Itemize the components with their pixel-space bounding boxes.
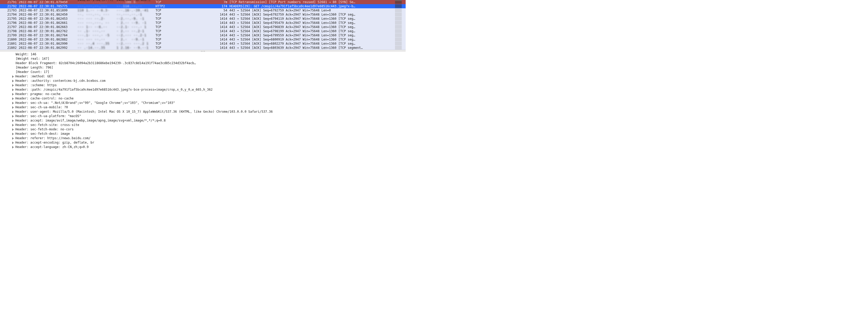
- col-source: ··· ··· ··.··: [76, 37, 116, 41]
- expand-triangle-icon[interactable]: [12, 88, 14, 91]
- packet-row[interactable]: 217932022-08-07 22:30:01.851899110 1.·· …: [0, 8, 406, 12]
- pane-splitter[interactable]: [0, 50, 406, 52]
- expand-triangle-icon[interactable]: [12, 133, 14, 135]
- detail-header-item[interactable]: Header: user-agent: Mozilla/5.0 (Macinto…: [0, 110, 406, 114]
- detail-header-item[interactable]: Header: :scheme: https: [0, 83, 406, 87]
- detail-header-item[interactable]: Header: sec-ch-ua-platform: "macOS": [0, 114, 406, 118]
- detail-header-item[interactable]: Header: :path: /cmspic/4a791f1af5bca9c4e…: [0, 87, 406, 92]
- packet-row[interactable]: 217952022-08-07 22:30:01.862453··· ··· ·…: [0, 16, 406, 21]
- col-number: 21802: [1, 46, 17, 50]
- packet-row[interactable]: 217992022-08-07 22:30:01.862764···.1· ··…: [0, 33, 406, 37]
- col-source: ··· ··.4 ···.35: [76, 41, 116, 46]
- detail-header-item[interactable]: Header: sec-fetch-dest: image: [0, 132, 406, 136]
- detail-header-text: Header: sec-fetch-site: cross-site: [16, 123, 79, 127]
- col-length: 1414: [170, 12, 227, 16]
- detail-header-text: Header: user-agent: Mozilla/5.0 (Macinto…: [16, 110, 273, 114]
- detail-header-item[interactable]: Header: accept-language: zh-CN,zh;q=0.9: [0, 145, 406, 149]
- expand-triangle-icon[interactable]: [12, 75, 14, 78]
- expand-triangle-icon[interactable]: [12, 137, 14, 140]
- packet-row[interactable]: 217922022-08-07 22:30:01.785775···.···.·…: [0, 4, 406, 8]
- col-number: 21800: [1, 37, 17, 41]
- col-protocol: TCP: [154, 29, 170, 33]
- col-protocol: TCP: [154, 21, 170, 25]
- expand-triangle-icon[interactable]: [12, 102, 14, 104]
- col-source: ··· 1·· ··6.··: [76, 25, 116, 29]
- expand-triangle-icon[interactable]: [12, 124, 14, 127]
- col-stream-strip: [395, 0, 403, 4]
- col-source: ··· ··· ··.2·: [76, 16, 116, 21]
- detail-header-item[interactable]: Header: pragma: no-cache: [0, 92, 406, 96]
- detail-header-text: Header: accept-language: zh-CN,zh;q=0.9: [16, 145, 89, 149]
- detail-header-item[interactable]: Header: :authority: contentcms-bj.cdn.bc…: [0, 79, 406, 83]
- expand-triangle-icon[interactable]: [12, 80, 14, 82]
- expand-triangle-icon[interactable]: [12, 119, 14, 122]
- expand-triangle-icon[interactable]: [12, 106, 14, 109]
- detail-header-item[interactable]: Header: :method: GET: [0, 74, 406, 79]
- detail-header-text: Header: pragma: no-cache: [16, 92, 60, 96]
- col-length: 1414: [170, 37, 227, 41]
- detail-weight-real: [Weight real: 147]: [0, 57, 406, 61]
- col-destination: · 2.·· ··.2·1: [116, 29, 154, 33]
- col-destination: ··2.··· ··.2·1: [116, 33, 154, 37]
- col-protocol: HTTP2: [154, 4, 170, 8]
- packet-row[interactable]: 217912022-08-07 22:30:01.679450···.···.·…: [0, 0, 406, 4]
- expand-triangle-icon[interactable]: [12, 128, 14, 131]
- packet-row[interactable]: 217942022-08-07 22:30:01.862450··. ···.·…: [0, 12, 406, 16]
- detail-header-item[interactable]: Header: sec-ch-ua-mobile: ?0: [0, 105, 406, 110]
- detail-header-item[interactable]: Header: sec-fetch-site: cross-site: [0, 123, 406, 127]
- detail-header-item[interactable]: Header: accept-encoding: gzip, deflate, …: [0, 141, 406, 145]
- col-source: ·· .1· ···.··: [76, 29, 116, 33]
- packet-details-pane[interactable]: Weight: 146 [Weight real: 147] Header Bl…: [0, 52, 406, 150]
- packet-row[interactable]: 218022022-08-07 22:30:01.862992·· .·14.·…: [0, 46, 406, 50]
- packet-row[interactable]: 218002022-08-07 22:30:01.862882··· ··· ·…: [0, 37, 406, 41]
- col-protocol: TCP: [154, 0, 170, 4]
- detail-header-text: Header: :path: /cmspic/4a791f1af5bca9c4e…: [16, 87, 213, 92]
- detail-header-item[interactable]: Header: referer: https://news.baidu.com/: [0, 136, 406, 141]
- detail-header-length: [Header Length: 796]: [0, 65, 406, 70]
- col-time: 2022-08-07 22:30:01.851899: [17, 8, 76, 12]
- col-protocol: TCP: [154, 37, 170, 41]
- expand-triangle-icon[interactable]: [12, 115, 14, 118]
- col-stream-strip: [395, 16, 403, 21]
- col-destination: 1 2.16· ··9.··1: [116, 46, 154, 50]
- packet-row[interactable]: 217982022-08-07 22:30:01.862762·· .1· ··…: [0, 29, 406, 33]
- expand-triangle-icon[interactable]: [12, 146, 14, 148]
- packet-row[interactable]: 218012022-08-07 22:30:01.862990··· ··.4 …: [0, 41, 406, 46]
- col-stream-strip: [395, 41, 403, 46]
- wireshark-window: 217902022-08-07 22:30:01.5219072408:87·9…: [0, 0, 406, 150]
- col-protocol: TCP: [154, 12, 170, 16]
- expand-triangle-icon[interactable]: [12, 111, 14, 113]
- expand-triangle-icon[interactable]: [12, 97, 14, 100]
- detail-header-item[interactable]: Header: accept: image/avif,image/webp,im…: [0, 118, 406, 123]
- col-destination: ···.188.8.···: [116, 0, 154, 4]
- packet-list-pane[interactable]: 217902022-08-07 22:30:01.5219072408:87·9…: [0, 0, 406, 50]
- packet-row[interactable]: 217962022-08-07 22:30:01.862661··· ···.·…: [0, 21, 406, 25]
- col-stream-strip: [395, 21, 403, 25]
- col-number: 21801: [1, 41, 17, 46]
- col-length: 54: [170, 8, 227, 12]
- packet-row[interactable]: 217972022-08-07 22:30:01.862663··· 1·· ·…: [0, 25, 406, 29]
- col-destination: · 2.· ··9.·1: [116, 37, 154, 41]
- col-number: 21792: [1, 4, 17, 8]
- col-time: 2022-08-07 22:30:01.785775: [17, 4, 76, 8]
- col-info: 443 → 52564 [ACK] Seq=6802279 Ack=2947 W…: [227, 41, 395, 46]
- detail-header-text: Header: cache-control: no-cache: [16, 96, 73, 101]
- detail-header-item[interactable]: Header: cache-control: no-cache: [0, 96, 406, 101]
- expand-triangle-icon[interactable]: [12, 93, 14, 96]
- col-length: 1414: [170, 16, 227, 21]
- col-destination: ··2.1· ···.· 1: [116, 25, 154, 29]
- col-stream-strip: [395, 29, 403, 33]
- col-number: 21797: [1, 25, 17, 29]
- col-destination: ···.16·.·39.·41: [116, 8, 154, 12]
- col-info: 443 → 52564 [ACK] Seq=6798199 Ack=2947 W…: [227, 29, 395, 33]
- expand-triangle-icon[interactable]: [12, 142, 14, 144]
- detail-header-item[interactable]: Header: sec-ch-ua: ".Not/A)Brand";v="99"…: [0, 101, 406, 105]
- detail-header-block-fragment: Header Block Fragment: 82cb8704c26094a2b…: [0, 61, 406, 65]
- col-length: 78: [170, 0, 227, 4]
- col-length: 1414: [170, 25, 227, 29]
- detail-header-text: Header: accept: image/avif,image/webp,im…: [16, 118, 166, 123]
- expand-triangle-icon[interactable]: [12, 84, 14, 87]
- detail-header-item[interactable]: Header: sec-fetch-mode: no-cors: [0, 127, 406, 132]
- detail-header-text: Header: referer: https://news.baidu.com/: [16, 136, 91, 141]
- col-destination: ··.···.··.·1: [116, 12, 154, 16]
